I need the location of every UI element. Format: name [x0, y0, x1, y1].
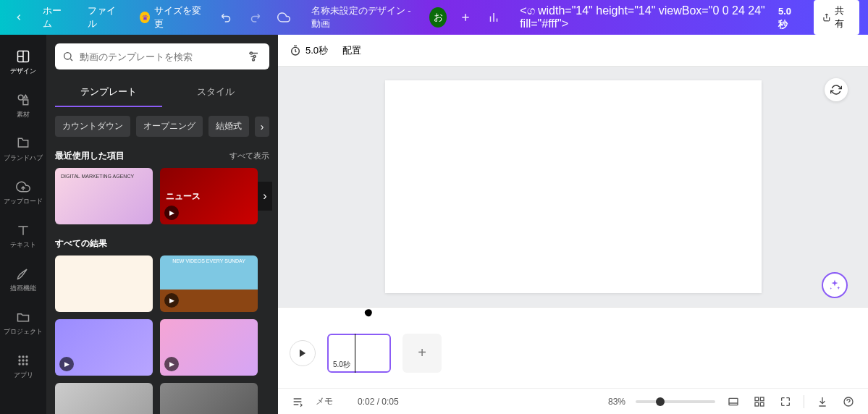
canvas-toolbar: 5.0秒 配置	[278, 35, 868, 67]
chip-wedding[interactable]: 結婚式	[208, 116, 249, 137]
top-bar: ホーム ファイル ♛ サイズを変更 名称未設定のデザイン - 動画 お <ග w…	[0, 0, 868, 35]
template-thumb[interactable]: DIGITAL MARKETING AGENCY	[55, 168, 153, 224]
chip-countdown[interactable]: カウントダウン	[55, 116, 130, 137]
undo-button[interactable]	[216, 6, 236, 29]
side-rail: デザイン 素材 ブランドハブ アップロード テキスト 描画機能 プロジェクト	[0, 35, 46, 414]
timeline-ruler[interactable]	[278, 308, 868, 318]
rail-label: 描画機能	[10, 284, 36, 293]
svg-point-6	[18, 359, 20, 361]
grid-view-button[interactable]	[751, 394, 767, 410]
help-button[interactable]	[840, 394, 856, 410]
timeline: 5.0秒 +	[278, 307, 868, 388]
svg-point-7	[22, 359, 24, 361]
svg-point-13	[250, 52, 253, 54]
notes-label[interactable]: メモ	[316, 395, 333, 407]
rail-label: テキスト	[10, 240, 36, 250]
template-thumb[interactable]: ▶	[55, 319, 153, 376]
svg-point-10	[22, 363, 24, 365]
apps-icon	[16, 353, 30, 368]
canvas-area: 5.0秒 配置 5.0秒	[278, 35, 868, 414]
avatar[interactable]: お	[429, 7, 447, 28]
playhead-icon[interactable]	[363, 308, 374, 318]
tab-templates[interactable]: テンプレート	[55, 78, 162, 107]
recent-header: 最近使用した項目 すべて表示	[55, 150, 269, 162]
search-filter-button[interactable]	[245, 48, 262, 65]
preview-play-button[interactable]: <ග width="14" height="14" viewBox="0 0 2…	[513, 1, 804, 34]
recent-title: 最近使用した項目	[55, 150, 125, 162]
thumb-caption: DIGITAL MARKETING AGENCY	[61, 174, 134, 179]
back-button[interactable]	[9, 6, 28, 29]
zoom-slider[interactable]	[636, 400, 715, 403]
rail-draw[interactable]: 描画機能	[0, 258, 46, 301]
search-icon	[62, 51, 74, 62]
redo-button[interactable]	[245, 6, 265, 29]
folder-icon	[16, 310, 30, 324]
add-member-button[interactable]	[455, 6, 475, 29]
template-thumb[interactable]: ニュース ▶	[160, 168, 258, 224]
tab-styles[interactable]: スタイル	[162, 78, 269, 107]
rail-label: ブランドハブ	[4, 153, 43, 163]
add-page-button[interactable]: +	[403, 334, 442, 373]
resize-label: サイズを変更	[154, 4, 202, 30]
svg-rect-17	[729, 398, 738, 405]
rail-elements[interactable]: 素材	[0, 84, 46, 127]
rail-label: プロジェクト	[4, 327, 43, 337]
template-thumb[interactable]	[160, 383, 258, 414]
clip-cursor	[355, 334, 355, 373]
upload-icon	[16, 179, 30, 194]
rail-brand[interactable]: ブランドハブ	[0, 127, 46, 171]
recent-next-button[interactable]: ›	[258, 182, 272, 211]
template-thumb[interactable]	[55, 255, 153, 312]
chips-next-button[interactable]: ›	[255, 117, 269, 137]
time-display: 0:02 / 0:05	[358, 397, 399, 407]
thumb-caption: ニュース	[166, 190, 201, 203]
magic-button[interactable]	[822, 272, 848, 298]
template-thumb[interactable]	[55, 383, 153, 414]
svg-point-1	[18, 95, 23, 100]
duration-label: 5.0秒	[306, 44, 328, 57]
home-link[interactable]: ホーム	[37, 0, 72, 35]
rail-projects[interactable]: プロジェクト	[0, 301, 46, 345]
thumb-caption: NEW VIDEOS EVERY SUNDAY	[160, 258, 258, 263]
document-title[interactable]: 名称未設定のデザイン - 動画	[311, 4, 416, 30]
rail-upload[interactable]: アップロード	[0, 171, 46, 214]
svg-point-4	[22, 355, 24, 358]
download-button[interactable]	[814, 394, 830, 410]
play-icon: ▶	[164, 357, 179, 371]
thumbnail-view-button[interactable]	[725, 394, 741, 410]
canvas-page[interactable]	[385, 80, 762, 293]
rail-label: 素材	[17, 110, 30, 119]
search-wrap	[55, 43, 269, 69]
all-results-title: すべての結果	[55, 237, 107, 250]
rail-label: アップロード	[4, 197, 43, 206]
play-icon: ▶	[59, 357, 74, 371]
rail-design[interactable]: デザイン	[0, 41, 46, 84]
rail-apps[interactable]: アプリ	[0, 345, 46, 388]
search-input[interactable]	[80, 51, 239, 62]
svg-point-3	[18, 355, 20, 358]
chip-opening[interactable]: オープニング	[136, 116, 203, 137]
share-button[interactable]: 共有	[814, 0, 859, 35]
file-menu[interactable]: ファイル	[82, 0, 126, 35]
rail-text[interactable]: テキスト	[0, 214, 46, 258]
templates-panel: テンプレート スタイル カウントダウン オープニング 結婚式 › 最近使用した項…	[46, 35, 278, 414]
analytics-button[interactable]	[484, 6, 504, 29]
fullscreen-button[interactable]	[778, 394, 793, 410]
canvas-stage[interactable]	[278, 67, 868, 307]
template-thumb[interactable]: NEW VIDEOS EVERY SUNDAY ▶	[160, 255, 258, 312]
arrange-button[interactable]: 配置	[342, 44, 361, 57]
template-thumb[interactable]: ▶	[160, 319, 258, 376]
zoom-knob[interactable]	[656, 397, 665, 406]
timeline-play-button[interactable]	[290, 340, 316, 366]
crown-icon: ♛	[140, 12, 150, 23]
duration-button[interactable]: 5.0秒	[290, 44, 328, 57]
resize-button[interactable]: ♛ サイズを変更	[134, 0, 208, 35]
share-label: 共有	[835, 4, 851, 30]
regenerate-button[interactable]	[825, 78, 848, 101]
svg-rect-19	[760, 397, 764, 401]
recent-see-all[interactable]: すべて表示	[229, 151, 269, 161]
cloud-sync-icon[interactable]	[274, 6, 293, 29]
timeline-clip[interactable]: 5.0秒	[327, 334, 391, 373]
notes-icon[interactable]	[290, 394, 306, 410]
play-icon: ▶	[164, 293, 179, 308]
